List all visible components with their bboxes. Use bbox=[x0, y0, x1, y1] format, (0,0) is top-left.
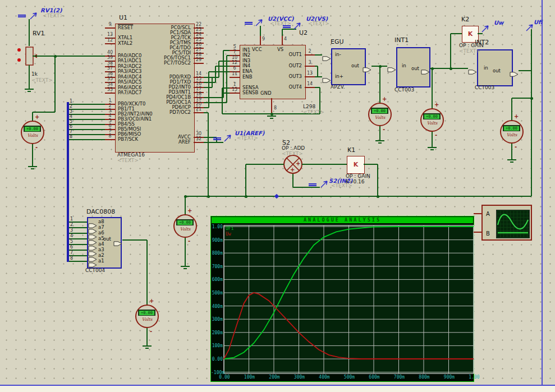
wire[interactable] bbox=[185, 237, 186, 266]
wire[interactable] bbox=[29, 65, 30, 89]
voltmeter-5[interactable]: +0.00Volts bbox=[420, 108, 444, 132]
wire[interactable] bbox=[122, 239, 147, 241]
terminal-rv1-2[interactable] bbox=[29, 11, 38, 22]
wire[interactable] bbox=[33, 56, 105, 57]
wire[interactable] bbox=[512, 98, 531, 99]
wire[interactable] bbox=[519, 70, 531, 71]
wire[interactable] bbox=[68, 139, 105, 140]
wire[interactable] bbox=[432, 68, 433, 109]
wire[interactable] bbox=[204, 142, 223, 143]
wire[interactable] bbox=[67, 102, 69, 262]
wire[interactable] bbox=[222, 87, 230, 89]
wire[interactable] bbox=[204, 97, 223, 98]
pin-stub[interactable] bbox=[305, 76, 315, 77]
schematic-canvas[interactable]: K K + + ANALOGUE ANALYSIS 1.00900m800m70… bbox=[0, 0, 555, 392]
wire[interactable] bbox=[215, 66, 230, 67]
terminal-uw[interactable] bbox=[481, 24, 490, 35]
pin-stub[interactable] bbox=[230, 93, 240, 94]
terminal-u2-vcc[interactable] bbox=[255, 18, 264, 29]
voltmeter-4[interactable]: +0.00Volts bbox=[368, 103, 392, 126]
wire[interactable] bbox=[246, 164, 284, 165]
wire[interactable] bbox=[223, 50, 224, 98]
wire[interactable] bbox=[379, 66, 380, 104]
wire[interactable] bbox=[32, 143, 33, 166]
ground-symbol[interactable] bbox=[181, 266, 190, 267]
wire[interactable] bbox=[315, 76, 322, 77]
wire[interactable] bbox=[68, 124, 105, 125]
wire[interactable] bbox=[29, 19, 30, 46]
pin-stub[interactable] bbox=[194, 142, 204, 143]
wire[interactable] bbox=[212, 77, 213, 87]
wire[interactable] bbox=[54, 56, 56, 112]
pin-stub[interactable] bbox=[305, 66, 315, 67]
wire[interactable] bbox=[292, 174, 293, 187]
wire[interactable] bbox=[379, 125, 380, 140]
pin-stub[interactable] bbox=[194, 112, 204, 113]
wire[interactable] bbox=[219, 61, 230, 62]
wire[interactable] bbox=[204, 82, 215, 83]
wire[interactable] bbox=[223, 50, 230, 51]
pin-stub[interactable] bbox=[105, 43, 115, 44]
wire[interactable] bbox=[68, 109, 105, 110]
wire[interactable] bbox=[222, 93, 230, 94]
terminal-u1-aref[interactable] bbox=[223, 133, 232, 145]
wire[interactable] bbox=[185, 196, 186, 215]
wire[interactable] bbox=[377, 164, 378, 196]
wire[interactable] bbox=[68, 104, 105, 105]
ground-symbol[interactable] bbox=[28, 166, 37, 167]
voltmeter-2[interactable]: +0.00Volts bbox=[173, 214, 197, 238]
wire[interactable] bbox=[33, 112, 55, 113]
wire[interactable] bbox=[315, 54, 322, 56]
wire[interactable] bbox=[511, 98, 512, 121]
analogue-analysis-graph[interactable]: ANALOGUE ANALYSIS 1.00900m800m700m600m50… bbox=[210, 216, 474, 382]
pin-stub[interactable] bbox=[105, 27, 115, 29]
pin-stub[interactable] bbox=[474, 232, 481, 233]
pin-stub[interactable] bbox=[230, 77, 240, 78]
pin-stub[interactable] bbox=[105, 93, 115, 94]
wire[interactable] bbox=[226, 56, 227, 103]
wire[interactable] bbox=[185, 196, 531, 197]
wire[interactable] bbox=[531, 29, 532, 196]
pin-stub[interactable] bbox=[305, 54, 315, 56]
pin-stub[interactable] bbox=[474, 213, 481, 214]
voltmeter-3[interactable]: +0.00Volts bbox=[135, 305, 159, 328]
ground-symbol[interactable] bbox=[25, 89, 34, 90]
wire[interactable] bbox=[432, 131, 433, 147]
pin-stub[interactable] bbox=[305, 87, 315, 88]
gain-block-k1[interactable]: K bbox=[347, 156, 365, 174]
wire[interactable] bbox=[451, 33, 462, 34]
terminal-s2-in2[interactable] bbox=[320, 179, 329, 191]
wire[interactable] bbox=[68, 129, 105, 130]
wire[interactable] bbox=[222, 88, 223, 114]
ground-symbol[interactable] bbox=[507, 159, 516, 160]
wire[interactable] bbox=[511, 142, 512, 159]
wire[interactable] bbox=[68, 119, 105, 120]
ground-symbol[interactable] bbox=[428, 147, 437, 148]
wire[interactable] bbox=[204, 102, 227, 103]
wire[interactable] bbox=[364, 164, 378, 165]
ground-symbol[interactable] bbox=[267, 116, 276, 117]
pin-stub[interactable] bbox=[260, 36, 261, 45]
wire[interactable] bbox=[218, 61, 219, 77]
ground-symbol[interactable] bbox=[143, 345, 152, 347]
voltmeter-6[interactable]: +0.00Volts bbox=[500, 120, 524, 144]
wire[interactable] bbox=[208, 72, 209, 108]
wire[interactable] bbox=[68, 134, 105, 135]
wire[interactable] bbox=[302, 164, 347, 165]
wire[interactable] bbox=[146, 327, 148, 345]
pin-stub[interactable] bbox=[271, 98, 272, 114]
wire[interactable] bbox=[146, 240, 148, 306]
wire[interactable] bbox=[215, 66, 216, 82]
wire[interactable] bbox=[208, 113, 209, 196]
terminal-ufi[interactable] bbox=[525, 23, 534, 34]
ground-symbol[interactable] bbox=[375, 140, 384, 141]
wire[interactable] bbox=[317, 66, 318, 77]
pin-stub[interactable] bbox=[194, 63, 204, 64]
scope-panel[interactable]: A B bbox=[481, 205, 532, 241]
wire[interactable] bbox=[245, 164, 246, 196]
pin-stub[interactable] bbox=[282, 36, 283, 45]
wire[interactable] bbox=[450, 34, 451, 68]
wire[interactable] bbox=[204, 87, 212, 88]
pin-stub[interactable] bbox=[105, 139, 115, 140]
voltmeter-1[interactable]: +0.00Volts bbox=[21, 121, 44, 144]
